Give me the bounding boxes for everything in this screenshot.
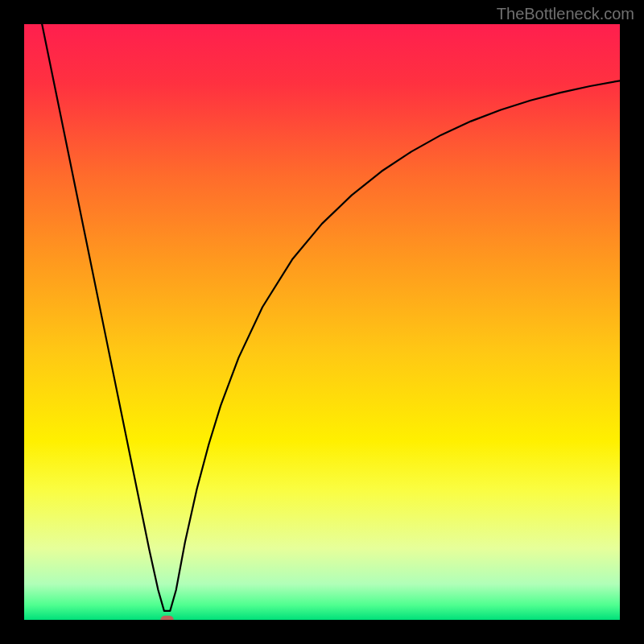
chart-svg (24, 24, 620, 620)
chart-container: TheBottleneck.com (0, 0, 644, 644)
watermark-text: TheBottleneck.com (497, 5, 634, 23)
plot-area (24, 24, 620, 620)
gradient-background (24, 24, 620, 620)
